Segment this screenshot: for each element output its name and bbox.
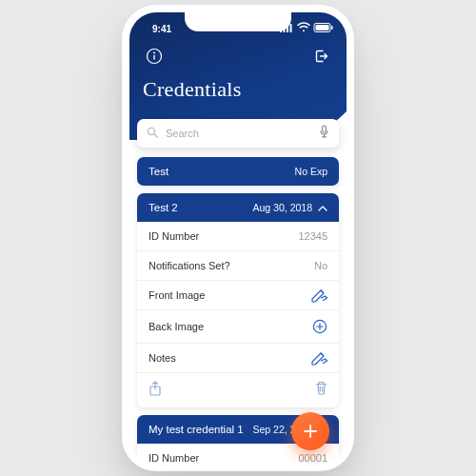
delete-button[interactable]: [315, 381, 327, 400]
share-button[interactable]: [149, 381, 162, 400]
svg-rect-3: [290, 24, 292, 32]
credential-title: Test: [149, 166, 295, 177]
credential-card: Test 2 Aug 30, 2018 ID Number 12345 Noti…: [137, 193, 339, 407]
status-time: 9:41: [152, 24, 171, 34]
mic-icon[interactable]: [319, 125, 329, 142]
detail-label: Notifications Set?: [149, 260, 230, 271]
screen: 9:41 Credentials: [129, 12, 347, 464]
card-actions: [137, 373, 339, 407]
detail-value: No: [314, 260, 327, 271]
credential-title: Test 2: [149, 202, 253, 213]
detail-row[interactable]: Front Image: [137, 281, 339, 310]
detail-row: Notifications Set? No: [137, 251, 339, 281]
detail-label: Notes: [149, 352, 176, 364]
svg-rect-9: [153, 55, 154, 60]
edit-icon[interactable]: [310, 352, 327, 364]
wifi-icon: [297, 23, 310, 34]
detail-label: ID Number: [149, 230, 199, 242]
credential-meta: No Exp: [295, 166, 327, 177]
detail-row[interactable]: Notes: [137, 344, 339, 373]
svg-rect-11: [323, 126, 327, 132]
credential-header[interactable]: Test No Exp: [137, 157, 339, 186]
detail-row[interactable]: Back Image: [137, 310, 339, 344]
detail-row: ID Number 12345: [137, 222, 339, 251]
detail-value: 12345: [298, 230, 327, 242]
device-frame: 9:41 Credentials: [122, 5, 354, 471]
credential-title: My test credential 1: [149, 424, 253, 435]
chevron-up-icon: [318, 202, 327, 213]
search-input[interactable]: [166, 128, 311, 139]
credential-header[interactable]: Test 2 Aug 30, 2018: [137, 193, 339, 222]
add-icon[interactable]: [312, 319, 327, 334]
search-icon: [147, 125, 158, 142]
notch: [185, 12, 291, 31]
credential-card: Test No Exp: [137, 157, 339, 186]
svg-rect-6: [331, 26, 333, 30]
search-bar[interactable]: [137, 119, 339, 148]
exit-button[interactable]: [310, 45, 333, 68]
detail-label: Back Image: [149, 321, 204, 332]
edit-icon[interactable]: [310, 289, 327, 301]
detail-label: Front Image: [149, 289, 205, 301]
svg-rect-5: [316, 25, 329, 30]
add-fab[interactable]: [291, 412, 329, 450]
page-title: Credentials: [143, 77, 333, 102]
svg-point-8: [153, 52, 155, 54]
detail-value: 00001: [298, 452, 327, 464]
top-bar: [143, 45, 333, 68]
info-button[interactable]: [143, 45, 166, 68]
battery-icon: [314, 23, 333, 34]
credential-meta: Aug 30, 2018: [253, 202, 312, 213]
detail-label: ID Number: [149, 452, 199, 464]
